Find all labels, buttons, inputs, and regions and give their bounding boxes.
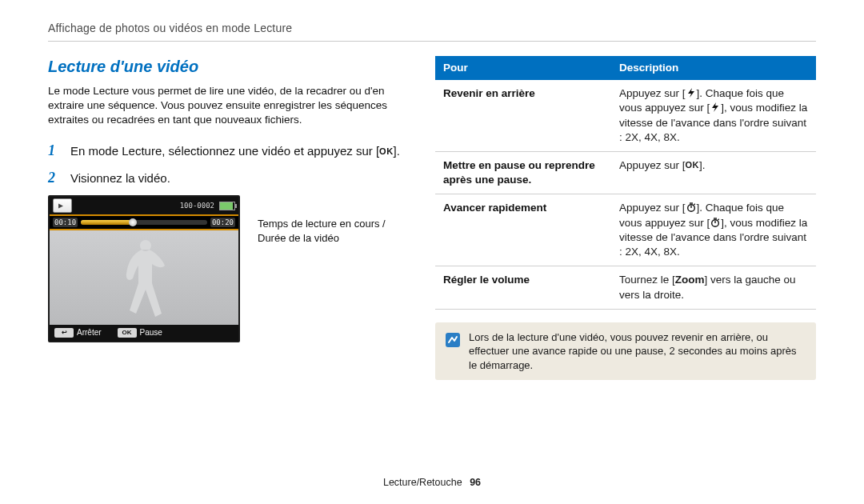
footer-section: Lecture/Retouche xyxy=(383,477,462,488)
ok-icon: OK xyxy=(379,146,394,158)
step-number: 2 xyxy=(48,168,62,187)
flash-icon xyxy=(710,102,721,113)
breadcrumb: Affichage de photos ou vidéos en mode Le… xyxy=(48,21,816,36)
section-title: Lecture d'une vidéo xyxy=(48,56,400,78)
table-row-description: Appuyez sur []. Chaque fois que vous app… xyxy=(611,80,816,151)
step-2: 2 Visionnez la vidéo. xyxy=(48,168,400,187)
note-box: Lors de la lecture d'une vidéo, vous pou… xyxy=(435,322,816,381)
function-table: Pour Description Revenir en arrièreAppuy… xyxy=(435,56,816,310)
ok-key-icon: OK xyxy=(118,328,137,338)
step-text-pre: En mode Lecture, sélectionnez une vidéo … xyxy=(70,144,379,158)
note-icon xyxy=(445,332,461,352)
screenshot-softkeys: ↩ Arrêter OK Pause xyxy=(50,325,238,341)
table-row-label: Revenir en arrière xyxy=(435,80,611,151)
step-text-post: ]. xyxy=(394,144,400,158)
file-index: 100-0002 xyxy=(180,201,214,210)
intro-paragraph: Le mode Lecture vous permet de lire une … xyxy=(48,84,400,128)
step-text: Visionnez la vidéo. xyxy=(70,170,400,186)
table-row-label: Régler le volume xyxy=(435,266,611,309)
softkey-pause: OK Pause xyxy=(118,327,162,338)
table-row: Mettre en pause ou reprendre après une p… xyxy=(435,151,816,194)
play-mode-icon xyxy=(53,198,72,213)
softkey-stop-label: Arrêter xyxy=(77,327,102,338)
note-text: Lors de la lecture d'une vidéo, vous pou… xyxy=(469,330,806,373)
step-number: 1 xyxy=(48,141,62,160)
step-text: En mode Lecture, sélectionnez une vidéo … xyxy=(70,143,400,159)
table-row-label: Mettre en pause ou reprendre après une p… xyxy=(435,151,611,194)
seek-bar xyxy=(81,220,207,225)
step-1: 1 En mode Lecture, sélectionnez une vidé… xyxy=(48,141,400,160)
dancer-silhouette-icon xyxy=(112,234,176,326)
time-elapsed: 00:10 xyxy=(53,218,78,227)
battery-icon xyxy=(219,202,235,210)
table-row: Revenir en arrièreAppuyez sur []. Chaque… xyxy=(435,80,816,151)
table-row: Régler le volumeTournez le [Zoom] vers l… xyxy=(435,266,816,309)
timer-icon xyxy=(710,217,721,228)
camera-screenshot: 100-0002 00:10 00:20 xyxy=(48,195,240,342)
softkey-stop: ↩ Arrêter xyxy=(54,327,102,338)
table-row-description: Tournez le [Zoom] vers la gauche ou vers… xyxy=(611,266,816,309)
footer-page-number: 96 xyxy=(470,477,481,488)
flash-icon xyxy=(686,87,697,98)
timer-icon xyxy=(686,202,697,213)
table-row-label: Avancer rapidement xyxy=(435,194,611,266)
back-key-icon: ↩ xyxy=(54,328,74,338)
zoom-label: Zoom xyxy=(675,274,705,286)
table-row: Avancer rapidementAppuyez sur []. Chaque… xyxy=(435,194,816,266)
table-row-description: Appuyez sur []. Chaque fois que vous app… xyxy=(611,194,816,266)
table-row-description: Appuyez sur [OK]. xyxy=(611,151,816,194)
softkey-pause-label: Pause xyxy=(140,327,162,338)
table-header-action: Pour xyxy=(435,56,611,80)
time-total: 00:20 xyxy=(210,218,235,227)
screenshot-progress-bar: 00:10 00:20 xyxy=(50,214,238,230)
header-divider xyxy=(48,41,816,42)
screenshot-status-bar: 100-0002 xyxy=(50,197,238,214)
screenshot-body xyxy=(50,230,238,325)
table-header-description: Description xyxy=(611,56,816,80)
page-footer: Lecture/Retouche 96 xyxy=(0,476,864,490)
screenshot-callout: Temps de lecture en cours / Durée de la … xyxy=(258,195,386,245)
ok-icon: OK xyxy=(686,159,700,171)
